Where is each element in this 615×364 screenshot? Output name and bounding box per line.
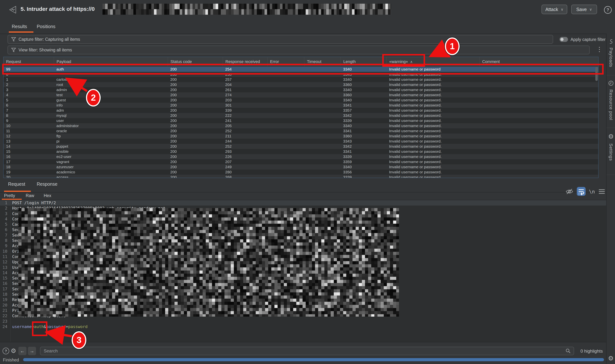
tab-raw[interactable]: Raw: [26, 193, 34, 198]
intruder-attack-window: 5. Intruder attack of https://0 Attack ∨…: [0, 0, 615, 364]
line-number: 1: [0, 200, 10, 206]
vertical-scrollbar[interactable]: [595, 67, 598, 81]
line-number: 18: [0, 292, 10, 297]
column-header[interactable]: Comment: [479, 57, 598, 66]
results-table-body: 99auth2002543340Invalid username or pass…: [3, 67, 598, 178]
sidebar-tab-settings[interactable]: ⚙ Settings: [607, 133, 615, 161]
next-match-button[interactable]: →: [28, 347, 36, 355]
intruder-attack-icon: [8, 5, 17, 14]
table-row[interactable]: 9user2002413339Invalid username or passw…: [3, 118, 598, 123]
save-button[interactable]: Save ∨: [571, 5, 597, 14]
line-number: 23: [0, 319, 10, 324]
code-line: 1POST /login HTTP/2: [0, 200, 606, 206]
table-row[interactable]: 19academico2002803356Invalid username or…: [3, 169, 598, 175]
view-filter-bar[interactable]: View filter: Showing all items: [8, 46, 590, 54]
tab-response[interactable]: Response: [37, 182, 57, 187]
table-row[interactable]: 5guest2002033340Invalid username or pass…: [3, 98, 598, 103]
table-row[interactable]: 17vagrant2002073359Invalid username or p…: [3, 159, 598, 164]
line-number: 4: [0, 216, 10, 222]
sidebar-tab-label: Payloads: [608, 48, 614, 67]
line-number: 8: [0, 238, 10, 243]
column-header[interactable]: Status code: [168, 57, 223, 66]
table-row[interactable]: 99auth2002543340Invalid username or pass…: [3, 67, 598, 72]
column-header[interactable]: Error: [267, 57, 304, 66]
divider: [0, 342, 606, 342]
line-number: 20: [0, 302, 10, 308]
arrow-left-icon: ←: [20, 348, 25, 354]
table-row[interactable]: 20access2002683339Invalid username or pa…: [3, 175, 598, 178]
tab-hex[interactable]: Hex: [44, 193, 51, 198]
search-input[interactable]: Search: [40, 347, 574, 355]
highlights-count: 0 highlights: [580, 349, 603, 354]
code-line: 24username=auth&password=password: [0, 324, 606, 329]
line-number: 13: [0, 265, 10, 270]
table-row[interactable]: 6info2003013341Invalid username or passw…: [3, 103, 598, 108]
menu-icon[interactable]: [599, 189, 605, 194]
arrow-right-icon: →: [30, 348, 34, 354]
column-header[interactable]: Length: [340, 57, 386, 66]
search-help-icon[interactable]: ?: [2, 348, 9, 354]
capture-filter-label: Capture filter: Capturing all items: [19, 37, 80, 42]
line-number: 22: [0, 313, 10, 318]
table-row[interactable]: 2root2002043360Invalid username or passw…: [3, 82, 598, 87]
code-line: 23: [0, 319, 606, 324]
column-header[interactable]: Payload: [54, 57, 168, 66]
table-row[interactable]: 1carlos2002573340Invalid username or pas…: [3, 77, 598, 82]
column-header[interactable]: Request: [3, 57, 54, 66]
line-number: 10: [0, 249, 10, 254]
table-row[interactable]: 16ec2-user2002263339Invalid username or …: [3, 154, 598, 159]
newline-icon[interactable]: \n: [589, 189, 595, 195]
line-number: 15: [0, 275, 10, 281]
sidebar-tab-label: Resource pool: [608, 90, 614, 120]
right-sidebar: Payloads Resource pool ⚙ Settings ⚙: [606, 34, 615, 364]
apply-capture-filter-toggle[interactable]: [560, 37, 568, 42]
view-filter-menu-icon[interactable]: ⋮: [596, 47, 602, 51]
search-settings-gear-icon[interactable]: ⚙: [11, 347, 16, 354]
attack-status: Finished: [3, 358, 19, 363]
line-number: 7: [0, 233, 10, 238]
table-row[interactable]: 13pi2002443343Invalid username or passwo…: [3, 139, 598, 144]
hide-icon[interactable]: [565, 188, 574, 195]
tab-positions[interactable]: Positions: [37, 24, 55, 29]
search-placeholder: Search: [44, 348, 565, 353]
table-row[interactable]: 11oracle2002523341Invalid username or pa…: [3, 128, 598, 133]
search-icon: [565, 348, 571, 354]
table-row[interactable]: 18azureuser2002493340Invalid username or…: [3, 164, 598, 169]
tab-pretty[interactable]: Pretty: [4, 193, 15, 198]
table-row[interactable]: 4test2002743360Invalid username or passw…: [3, 92, 598, 98]
divider: [0, 192, 606, 193]
column-header[interactable]: Response received: [223, 57, 267, 66]
attack-button[interactable]: Attack ∨: [541, 5, 567, 14]
table-row[interactable]: 10administrator2002053340Invalid usernam…: [3, 123, 598, 128]
sidebar-tab-resource-pool[interactable]: Resource pool: [607, 80, 615, 120]
column-header[interactable]: «warning»∧: [386, 57, 479, 66]
table-row[interactable]: 02002303343Invalid username or password.: [3, 72, 598, 77]
divider: [607, 128, 615, 128]
table-row[interactable]: 12ftp2002113360Invalid username or passw…: [3, 133, 598, 139]
wrap-icon[interactable]: [577, 187, 586, 196]
table-row[interactable]: 14puppet2002523342Invalid username or pa…: [3, 144, 598, 149]
table-row[interactable]: 15ansible2002933341Invalid username or p…: [3, 149, 598, 154]
sort-ascending-icon: ∧: [410, 60, 413, 64]
request-editor[interactable]: 1POST /login HTTP/22Host: 0a1400d1031641…: [0, 200, 606, 342]
page-title: 5. Intruder attack of https://0: [21, 6, 95, 12]
capture-filter-bar[interactable]: Capture filter: Capturing all items: [8, 35, 553, 44]
sidebar-tab-payloads[interactable]: Payloads: [607, 39, 615, 67]
help-icon[interactable]: ?: [604, 6, 612, 14]
table-row[interactable]: 7adm2003393357Invalid username or passwo…: [3, 108, 598, 113]
settings-icon: ⚙: [608, 133, 614, 140]
window-settings-gear-icon[interactable]: ⚙: [608, 355, 614, 362]
line-number: 3: [0, 211, 10, 216]
column-header[interactable]: Timeout: [304, 57, 340, 66]
table-row[interactable]: 8mysql2002223342Invalid username or pass…: [3, 113, 598, 118]
sidebar-tab-label: Settings: [608, 143, 614, 161]
line-number: 9: [0, 243, 10, 248]
apply-capture-filter-label: Apply capture filter: [571, 37, 605, 42]
table-row[interactable]: 3admin2002613340Invalid username or pass…: [3, 87, 598, 92]
line-number: 2: [0, 206, 10, 211]
results-tab-underline: [9, 31, 33, 33]
previous-match-button[interactable]: ←: [18, 347, 26, 355]
line-number: 21: [0, 308, 10, 313]
tab-results[interactable]: Results: [12, 24, 27, 29]
tab-request[interactable]: Request: [8, 182, 25, 187]
